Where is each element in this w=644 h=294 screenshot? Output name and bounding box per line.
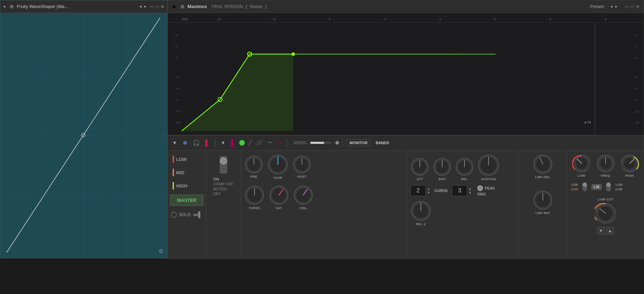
maximus-minimize[interactable]: —: [625, 4, 629, 9]
ceil-knob[interactable]: [293, 185, 313, 205]
maximus-master-label: Master: [250, 4, 263, 9]
att-spinner-arrows: ▲ ▼: [427, 187, 430, 194]
state-muted-label: MUTED: [213, 187, 234, 191]
waveshaper-canvas[interactable]: ⚙: [0, 13, 167, 258]
curve-up-arrow[interactable]: ▲: [468, 187, 472, 191]
post-knob-label: POST: [297, 175, 307, 178]
waveshaper-nav-right[interactable]: ►: [144, 5, 147, 8]
band-low-color: [173, 155, 174, 163]
post-knob[interactable]: [293, 155, 311, 174]
waveshaper-title: Fruity WaveShaper (Ma...: [17, 4, 136, 9]
att-up-arrow[interactable]: ▲: [427, 187, 430, 191]
waveshaper-nav: ◄ ►: [139, 5, 147, 8]
speed-bar[interactable]: [310, 142, 331, 144]
toolbar-snowflake-btn[interactable]: ❄: [181, 139, 189, 147]
pre-knob-label: PRE: [250, 175, 257, 178]
db-24-right[interactable]: 24dB: [615, 188, 622, 191]
toolbar-pencil-btn[interactable]: ╱: [247, 139, 253, 147]
toolbar-headphone-btn[interactable]: 🎧: [191, 139, 202, 147]
maximus-nav-right[interactable]: ►: [615, 5, 618, 8]
maximus-presets-label[interactable]: Presets: [590, 4, 604, 9]
thres-sat-ceil-row: THRES SAT: [244, 185, 403, 210]
band-item-high[interactable]: HIGH: [170, 180, 204, 192]
waveshaper-settings-icon[interactable]: ⚙: [159, 248, 164, 255]
skip-button[interactable]: ⏮▌: [193, 212, 202, 218]
db-toggle-left[interactable]: [582, 182, 587, 191]
maximus-window-buttons: — □ ✕: [625, 4, 639, 9]
state-indicator[interactable]: [220, 156, 227, 174]
waveshaper-close[interactable]: ✕: [161, 4, 164, 9]
monitor-freq-knob[interactable]: [596, 154, 615, 173]
monitor-low-knob[interactable]: [572, 154, 591, 173]
master-band-item[interactable]: MASTER: [170, 194, 204, 206]
curve-spinner-arrows: ▲ ▼: [468, 187, 472, 194]
rel2-knob[interactable]: [410, 200, 431, 221]
rms-option[interactable]: RMS: [477, 192, 495, 196]
db-24-left[interactable]: 24dB: [571, 188, 578, 191]
band-item-mid[interactable]: MID: [170, 167, 204, 178]
maximus-nav-left[interactable]: ◄: [610, 5, 613, 8]
peak-option[interactable]: PEAK: [477, 185, 495, 191]
att-down-arrow[interactable]: ▼: [427, 191, 430, 194]
peak-radio[interactable]: [477, 185, 483, 191]
lmh-mix-knob-container: LMH MIX: [533, 190, 553, 215]
curve-spinner-value[interactable]: 3: [452, 185, 467, 196]
lmh-del-label: LMH DEL: [535, 175, 551, 179]
lin-button[interactable]: LIN: [591, 184, 602, 190]
sustain-knob[interactable]: [477, 154, 500, 176]
sat-knob[interactable]: [269, 185, 289, 205]
curve-down-arrow[interactable]: ▼: [468, 191, 472, 194]
toolbar-line-btn[interactable]: ╱╱: [255, 139, 264, 146]
lmh-del-knob[interactable]: [533, 154, 553, 174]
gain-knob-label: GAIN: [274, 176, 282, 179]
gain-knob[interactable]: [267, 154, 288, 175]
toolbar-green-circle[interactable]: [239, 140, 245, 146]
bands-tab[interactable]: BANDS: [373, 140, 392, 146]
solo-toggle[interactable]: [171, 212, 177, 218]
low-cut-up-btn[interactable]: ▲: [606, 227, 614, 235]
rms-label: RMS: [477, 192, 486, 196]
waveshaper-maximize[interactable]: □: [156, 4, 159, 9]
db-toggle-right[interactable]: [606, 182, 611, 191]
waveshaper-minimize[interactable]: —: [150, 4, 154, 9]
maximus-gear-icon[interactable]: ⚙: [180, 4, 185, 9]
att-spinner-value[interactable]: 2: [410, 185, 426, 196]
graph-main[interactable]: 9 - 6 - 3 - -3 - -6 - -9 - -12 - -18 -: [168, 23, 595, 135]
maximus-close[interactable]: ✕: [636, 4, 639, 9]
toolbar-bar2-btn[interactable]: ▌: [229, 138, 237, 148]
maximus-expand-arrow[interactable]: ►: [172, 3, 177, 10]
waveshaper-gear-icon[interactable]: ⚙: [9, 4, 14, 9]
band-mid-color: [173, 169, 174, 176]
rel-knob[interactable]: [455, 157, 474, 176]
monitor-high-knob[interactable]: [620, 154, 639, 173]
band-item-low[interactable]: LOW: [170, 153, 204, 165]
waveshaper-expand-arrow[interactable]: ►: [3, 5, 7, 8]
speed-dot[interactable]: [335, 141, 339, 145]
maximus-maximize[interactable]: □: [631, 4, 634, 9]
ruler-tick: 3: [468, 17, 523, 21]
toolbar-curve-btn[interactable]: 〜: [266, 139, 274, 147]
env-knob[interactable]: [433, 157, 452, 176]
low-cut-label: LOW CUT: [598, 198, 614, 201]
att-spinner[interactable]: 2 ▲ ▼: [410, 185, 430, 196]
att-knob[interactable]: [410, 157, 429, 176]
lmh-mix-knob[interactable]: [533, 190, 553, 210]
sat-knob-container: SAT: [269, 185, 289, 210]
monitor-freq-knob-container: FREQ: [596, 154, 615, 177]
thres-knob[interactable]: [244, 185, 265, 205]
db-12-right[interactable]: 12dB: [615, 183, 622, 186]
toolbar-dropdown1[interactable]: ▼: [171, 139, 179, 147]
toolbar-equals-btn[interactable]: ═: [276, 139, 283, 147]
curve-spinner[interactable]: 3 ▲ ▼: [452, 185, 472, 196]
waveshaper-nav-left[interactable]: ◄: [139, 5, 142, 8]
pre-knob[interactable]: [244, 155, 263, 174]
db-12-left[interactable]: 12dB: [571, 183, 578, 186]
toolbar-dropdown2[interactable]: ▼: [219, 139, 227, 147]
toolbar-bar-btn[interactable]: ▌: [204, 138, 212, 148]
low-cut-knob[interactable]: [595, 203, 616, 224]
speed-bar-fill: [310, 142, 324, 144]
thres-knob-container: THRES: [244, 185, 265, 210]
low-cut-down-btn[interactable]: ▼: [597, 227, 605, 235]
monitor-tab[interactable]: MONITOR: [346, 139, 371, 146]
svg-marker-17: [182, 54, 293, 131]
